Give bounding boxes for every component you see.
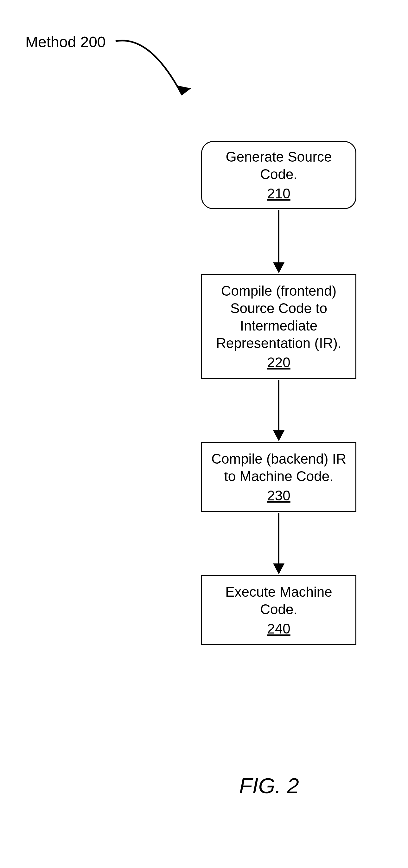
step-text: Compile (backend) IR to Machine Code. [211, 450, 346, 485]
step-number: 240 [267, 620, 290, 637]
step-text: Generate Source Code. [225, 148, 332, 183]
arrow-shaft [278, 380, 279, 430]
arrow-head-icon [273, 430, 284, 441]
step-number: 230 [267, 487, 290, 504]
figure-caption: FIG. 2 [239, 773, 299, 798]
step-number: 210 [267, 185, 290, 202]
method-label: Method 200 [25, 33, 106, 51]
arrow-1-2 [273, 210, 284, 273]
arrow-head-icon [273, 262, 284, 273]
step-text: Compile (frontend) Source Code to Interm… [216, 282, 342, 352]
step-number: 220 [267, 354, 290, 371]
svg-marker-0 [175, 83, 191, 98]
step-text: Execute Machine Code. [225, 583, 332, 618]
arrow-2-3 [273, 380, 284, 441]
arrow-3-4 [273, 513, 284, 574]
method-label-arrow [113, 32, 195, 114]
step-box-generate-source: Generate Source Code. 210 [201, 141, 356, 209]
step-box-execute: Execute Machine Code. 240 [201, 575, 356, 645]
step-box-compile-frontend: Compile (frontend) Source Code to Interm… [201, 274, 356, 379]
arrow-shaft [278, 513, 279, 563]
arrow-head-icon [273, 563, 284, 574]
figure-caption-text: FIG. 2 [239, 774, 299, 798]
diagram-page: Method 200 Generate Source Code. 210 Com… [0, 0, 408, 868]
method-label-text: Method 200 [25, 34, 106, 51]
arrow-shaft [278, 210, 279, 262]
step-box-compile-backend: Compile (backend) IR to Machine Code. 23… [201, 442, 356, 512]
